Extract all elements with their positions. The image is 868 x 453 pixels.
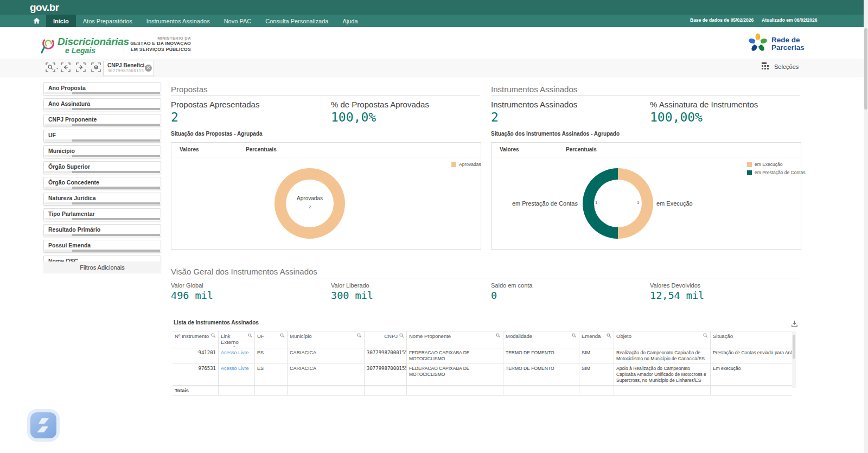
listbox-scrollbar[interactable] [44, 92, 160, 94]
tab-valores[interactable]: Valores [180, 146, 199, 152]
sort-asc-icon: ▲ [233, 344, 235, 348]
nav-menu: Início Atos Preparatórios Instrumentos A… [27, 15, 365, 27]
filter-municipio[interactable]: Município [43, 145, 161, 158]
ministry-line1: MINISTÉRIO DA [130, 36, 191, 41]
filter-orgao-concedente[interactable]: Órgão Concedente [43, 177, 161, 190]
col-header-numero[interactable]: Nº Instrumento [173, 331, 219, 348]
listbox-scrollbar[interactable] [44, 124, 160, 126]
cell-emenda: SIM [579, 348, 614, 363]
nav-item-instrumentos-assinados[interactable]: Instrumentos Assinados [139, 15, 217, 27]
col-header-objeto[interactable]: Objeto [614, 331, 711, 348]
listbox-scrollbar[interactable] [44, 139, 160, 142]
cell-emenda: SIM [579, 364, 614, 385]
table-scrollbar[interactable] [792, 331, 796, 388]
search-icon [572, 333, 577, 338]
col-header-municipio[interactable]: Município [288, 331, 365, 348]
listbox-scrollbar[interactable] [44, 171, 160, 173]
filter-orgao-superior[interactable]: Órgão Superior [43, 161, 161, 174]
filter-natureza-juridica[interactable]: Natureza Jurídica [43, 193, 161, 206]
legend-item-em-execucao[interactable]: em Execução [747, 162, 806, 167]
filter-resultado-primario[interactable]: Resultado Primário [43, 224, 161, 237]
ministry-wordmark: MINISTÉRIO DA GESTÃO E DA INOVAÇÃO EM SE… [130, 36, 191, 53]
filter-ano-assinatura[interactable]: Ano Assinatura [43, 98, 161, 111]
legend-item-em-prestacao[interactable]: em Prestação de Contas [747, 170, 806, 175]
selections-button[interactable]: Seleções [762, 62, 799, 72]
listbox-scrollbar[interactable] [44, 234, 160, 236]
listbox-scrollbar[interactable] [44, 218, 160, 220]
cell-link-acesso-livre[interactable]: Acesso Livre [219, 364, 255, 385]
dashboard-page: gov.br Início Atos Preparatórios Instrum… [0, 0, 868, 453]
download-icon[interactable] [790, 320, 799, 330]
cell-cnpj: 30779987000155 [365, 364, 407, 385]
filter-chip-cnpj[interactable]: CNPJ Benefici... 30779987000155 ✕ [103, 61, 154, 76]
cell-objeto: Realização do Campeonato Capixaba de Mot… [614, 348, 711, 363]
kpi-value-instrumentos-assinados: 2 [491, 110, 499, 124]
nav-item-novo-pac[interactable]: Novo PAC [217, 15, 259, 27]
donut-chart-instrumentos[interactable] [583, 168, 653, 239]
col-header-emenda[interactable]: Emenda [579, 331, 614, 348]
section-title-propostas: Propostas [171, 85, 208, 94]
tab-valores[interactable]: Valores [500, 146, 519, 152]
kpi-label-pct-propostas-aprovadas: % de Propostas Aprovadas [331, 100, 429, 109]
chart-title-situacao-propostas: Situação das Propostas - Agrupada [171, 131, 263, 137]
selection-search-icon[interactable] [46, 62, 55, 72]
filter-uf[interactable]: UF [43, 130, 161, 143]
col-header-modalidade[interactable]: Modalidade [503, 331, 579, 348]
legend-swatch-teal [747, 170, 752, 175]
rede-parcerias-line2: Parcerias [771, 43, 805, 52]
col-header-uf[interactable]: UF [255, 331, 288, 348]
additional-filters-button[interactable]: Filtros Adicionais [43, 261, 161, 273]
search-icon [248, 333, 252, 338]
govbr-logo[interactable]: gov.br [30, 2, 59, 14]
legend-swatch-orange [451, 162, 456, 167]
assistant-s-icon [30, 412, 56, 438]
kpi-value-valores-devolvidos: 12,54 mil [650, 290, 704, 301]
donut-chart-propostas[interactable] [275, 168, 345, 239]
page-scrollbar[interactable] [864, 0, 868, 453]
tab-percentuais[interactable]: Percentuais [566, 146, 597, 152]
kpi-value-propostas-apresentadas: 2 [171, 110, 178, 124]
nav-item-inicio[interactable]: Início [46, 15, 76, 27]
nav-item-ajuda[interactable]: Ajuda [335, 15, 365, 27]
listbox-scrollbar[interactable] [44, 155, 160, 157]
updated-date-label: Atualizado em 06/02/2026 [762, 17, 818, 23]
step-forward-icon[interactable] [76, 62, 86, 72]
filter-ano-proposta[interactable]: Ano Proposta [43, 82, 161, 95]
listbox-scrollbar[interactable] [44, 250, 160, 252]
col-header-cnpj[interactable]: CNPJ [365, 331, 407, 348]
nav-item-atos-preparatorios[interactable]: Atos Preparatórios [76, 15, 139, 27]
listbox-scrollbar[interactable] [44, 202, 160, 205]
kpi-label-propostas-apresentadas: Propostas Apresentadas [171, 100, 259, 109]
selection-search-caret-icon[interactable]: ▾ [56, 66, 58, 70]
table-row: 976531 Acesso Livre ES CARIACICA 3077998… [173, 364, 792, 386]
filter-cnpj-proponente[interactable]: CNPJ Proponente [43, 114, 161, 127]
kpi-label-instrumentos-assinados: Instrumentos Assinados [491, 100, 577, 109]
assistant-launcher-button[interactable] [30, 412, 56, 438]
rede-de-parcerias-logo: Rede de Parcerias [748, 33, 805, 55]
section-title-visao-geral: Visão Geral dos Instrumentos Assinados [171, 267, 317, 276]
govbr-topbar [0, 0, 864, 15]
donut-center-value: 2 [275, 205, 345, 209]
home-icon[interactable] [27, 15, 46, 27]
nav-item-consulta-personalizada[interactable]: Consulta Personalizada [258, 15, 335, 27]
kpi-value-pct-propostas-aprovadas: 100,0% [331, 110, 376, 124]
listbox-scrollbar[interactable] [44, 108, 160, 110]
chart-title-situacao-instrumentos: Situação dos Instrumentos Assinados - Ag… [491, 131, 620, 137]
filter-tipo-parlamentar[interactable]: Tipo Parlamentar [43, 208, 161, 221]
kpi-label-valor-liberado: Valor Liberado [331, 282, 369, 289]
filter-possui-emenda[interactable]: Possui Emenda [43, 240, 161, 253]
tab-percentuais[interactable]: Percentuais [246, 146, 277, 152]
cell-modalidade: TERMO DE FOMENTO [503, 348, 579, 363]
slice-value-prestacao-contas: 1 [595, 200, 597, 205]
discricionarias-logo-icon [40, 36, 56, 56]
clear-selections-icon[interactable] [91, 62, 101, 72]
legend-item-aprovadas[interactable]: Aprovadas [451, 162, 481, 167]
cell-link-acesso-livre[interactable]: Acesso Livre [219, 348, 255, 363]
col-header-situacao[interactable]: Situação [711, 331, 792, 348]
col-header-link-externo[interactable]: Link Externo▲ [219, 331, 255, 348]
close-icon[interactable]: ✕ [145, 65, 152, 72]
col-header-proponente[interactable]: Nome Proponente [407, 331, 503, 348]
section-divider [491, 95, 800, 96]
step-back-icon[interactable] [61, 62, 71, 72]
listbox-scrollbar[interactable] [44, 187, 160, 189]
